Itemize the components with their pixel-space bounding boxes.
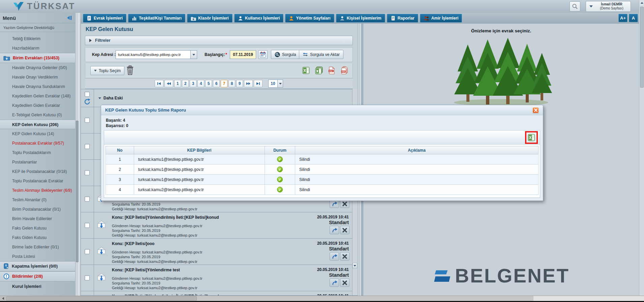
sidebar-scrollbar-thumb[interactable]	[76, 121, 79, 262]
sorgula-button[interactable]: Sorgula	[271, 50, 300, 59]
sidebar-item-birim-evraklari[interactable]: Birim Evrakları (15/453)	[0, 53, 75, 63]
sidebar-item-teslim-alinanlar[interactable]: Teslim Alınanlar (0)	[0, 195, 75, 205]
tab-evrak-islemleri[interactable]: Evrak İşlemleri	[83, 14, 126, 23]
font-decrease-button[interactable]: A	[629, 14, 638, 22]
refresh-icon[interactable]	[84, 98, 91, 105]
prev-page-button[interactable]	[164, 80, 173, 87]
last-page-icon	[256, 82, 260, 85]
delete-selected-button[interactable]	[126, 65, 134, 77]
sidebar-item-etebligat-gelen-kutusu[interactable]: E-Tebligat Gelen Kutusu (0)	[0, 110, 75, 120]
tab-kisisel-islemlerim[interactable]: Kişisel İşlemlerim	[336, 14, 385, 23]
forward-button[interactable]	[330, 278, 339, 287]
collapse-sidebar-icon[interactable]	[67, 16, 72, 20]
sidebar-item-teslim-alinmayi-bekleyenler[interactable]: Teslim Alınmayı Bekleyenler (6/8)	[0, 186, 75, 195]
page-button-9[interactable]: 9	[236, 80, 243, 87]
font-increase-button[interactable]: A+	[618, 14, 627, 22]
sidebar-item-toplu-postalanacak-evraklar[interactable]: Toplu Postalanacak Evraklar	[0, 176, 75, 186]
user-menu[interactable]: İsmail DEMİR (Demo Sayfası)	[586, 1, 631, 12]
start-date-input[interactable]: 07.11.2019	[230, 50, 256, 59]
sidebar-item-postalananlar[interactable]: Postalananlar	[0, 157, 75, 167]
export-excel-button[interactable]	[302, 66, 310, 76]
sidebar-item-faks-gelen-kutusu[interactable]: Faks Gelen Kutusu	[0, 223, 75, 233]
row-checkbox[interactable]	[85, 118, 90, 123]
report-panel: No KEP Bilgileri Durum Açıklama 1 turksa…	[104, 130, 540, 198]
page-vertical-scrollbar[interactable]	[639, 0, 644, 296]
row-checkbox[interactable]	[85, 223, 90, 228]
tab-raporlar[interactable]: Raporlar	[387, 14, 418, 23]
forward-button[interactable]	[330, 226, 339, 234]
page-horizontal-scrollbar[interactable]	[0, 296, 644, 301]
row-checkbox[interactable]	[85, 197, 90, 202]
row-checkbox[interactable]	[85, 249, 90, 254]
first-page-button[interactable]	[155, 80, 163, 87]
sidebar-item-birim-postalanacaklar[interactable]: Birim Postalanacaklar (0/1)	[0, 205, 75, 214]
sidebar-item-kep-ile-postalanacaklar[interactable]: KEP ile Postalanacaklar (0/18)	[0, 167, 75, 176]
page-button-5[interactable]: 5	[205, 80, 212, 87]
sidebar-item-kaydedilen-giden-evraklar[interactable]: Kaydedilen Giden Evraklar	[0, 101, 75, 110]
sidebar-item-birime-iade-edilenler[interactable]: Birime İade Edilenler (0/1)	[0, 242, 75, 252]
sidebar-item-havale-onayina-gelenler[interactable]: Havale Onayına Gelenler (0/0)	[0, 63, 75, 72]
delete-button[interactable]	[340, 226, 349, 234]
delete-button[interactable]	[340, 252, 349, 261]
export-excel-all-button[interactable]	[315, 66, 323, 76]
dialog-header[interactable]: KEP Gelen Kutusu Toplu Silme Raporu	[101, 105, 543, 115]
scroll-down-button[interactable]	[352, 263, 357, 268]
scroll-up-button[interactable]	[640, 0, 644, 5]
sidebar-item-kep-giden-kutusu[interactable]: KEP Giden Kutusu (14)	[0, 129, 75, 139]
global-search-button[interactable]	[570, 1, 580, 11]
page-size-select[interactable]: 10	[268, 80, 283, 88]
sidebar-item-faks-giden-kutusu[interactable]: Faks Giden Kutusu	[0, 233, 75, 242]
list-item[interactable]: Konu: [KEP İletisi]Yönlendirilmiş İleti:…	[81, 291, 352, 295]
sidebar-item-kep-gelen-kutusu[interactable]: KEP Gelen Kutusu (206)	[0, 120, 75, 129]
sidebar-item-postalanacak-evraklar[interactable]: Postalanacak Evraklar (9/57)	[0, 139, 75, 148]
next-page-button[interactable]	[244, 80, 253, 87]
sidebar-item-toplu-postaladiklarim[interactable]: Toplu Postaladıklarım	[0, 148, 75, 157]
sidebar-item-havale-onayi-verdiklerim[interactable]: Havale Onayı Verdiklerim	[0, 72, 75, 82]
page-button-2[interactable]: 2	[182, 80, 189, 87]
list-item[interactable]: Konu: [KEP İletisi]ooo Gönderen Hesap: t…	[81, 238, 352, 265]
row-checkbox[interactable]	[85, 275, 90, 280]
tab-klasor-islemleri[interactable]: Klasör İşlemleri	[187, 14, 233, 23]
delete-button[interactable]	[340, 278, 349, 287]
export-excel-highlighted-button[interactable]	[525, 131, 538, 144]
export-pdf-all-button[interactable]: PDF	[340, 66, 348, 76]
sidebar-item-kurul-islemleri[interactable]: Kurul İşlemleri	[0, 281, 75, 292]
tab-kullanici-islemleri[interactable]: Kullanıcı İşlemleri	[234, 14, 284, 23]
list-item[interactable]: Konu: [KEP İletisi]Yönlendirme test Gönd…	[81, 265, 352, 291]
page-button-6[interactable]: 6	[213, 80, 220, 87]
page-button-4[interactable]: 4	[197, 80, 204, 87]
dialog-close-button[interactable]	[532, 107, 539, 113]
row-checkbox[interactable]	[85, 144, 90, 149]
sidebar-item-posta-listesi[interactable]: Posta Listesi	[0, 252, 75, 261]
sidebar-item-hazirladiklarim[interactable]: Hazırladıklarım	[0, 43, 75, 53]
sidebar-item-kaydedilen-gelen-evraklar[interactable]: Kaydedilen Gelen Evraklar (148)	[0, 91, 75, 101]
page-button-1[interactable]: 1	[174, 80, 181, 87]
row-checkbox[interactable]	[85, 170, 90, 175]
page-button-7-current[interactable]: 7	[221, 80, 227, 87]
sidebar-item-teblig-ettiklerim[interactable]: Tebliğ Ettiklerim	[0, 34, 75, 43]
page-button-8[interactable]: 8	[228, 80, 235, 87]
tab-yonetim-sayfalari[interactable]: Yönetim Sayfaları	[285, 14, 334, 23]
sidebar-item-bildirimler[interactable]: Bildirimler (2/8)	[0, 271, 75, 281]
export-pdf-button[interactable]: PDF	[328, 66, 336, 76]
select-all-checkbox[interactable]	[85, 92, 90, 97]
last-page-button[interactable]	[254, 80, 263, 87]
group-label[interactable]: Daha Eski	[98, 96, 123, 100]
list-item[interactable]: Konu: [KEP İletisi]Yönlendirilmiş İleti:…	[81, 212, 352, 238]
filters-toggle[interactable]: Filtreler	[85, 36, 353, 45]
toplu-secim-button[interactable]: Toplu Seçim	[90, 66, 124, 75]
sidebar-scrollbar[interactable]	[75, 13, 79, 296]
sidebar-item-havale-onayina-sunduklarim[interactable]: Havale Onayına Sunduklarım	[0, 82, 75, 91]
sorgula-ve-aktar-button[interactable]: Sorgula ve Aktar	[299, 50, 343, 59]
sidebar-item-kapatma-islemleri[interactable]: Kapatma İşlemleri (0/0)	[0, 261, 75, 271]
vertical-scrollbar-thumb[interactable]	[640, 7, 644, 88]
page-button-3[interactable]: 3	[190, 80, 196, 87]
tab-teskilat-kisi-tanimlari[interactable]: Teşkilat/Kişi Tanımları	[128, 14, 185, 23]
horizontal-scrollbar-thumb[interactable]	[6, 296, 197, 301]
kep-address-select[interactable]: turksat.kamu5@testkep.pttkep.gov.tr	[116, 50, 197, 59]
tab-amir-islemleri[interactable]: Amir İşlemleri	[420, 14, 462, 23]
scroll-left-button[interactable]	[0, 296, 6, 301]
sidebar-item-birim-havale-edilenler[interactable]: Birim Havale Edilenler	[0, 214, 75, 223]
forward-button[interactable]	[330, 252, 339, 261]
calendar-button[interactable]	[258, 50, 268, 59]
